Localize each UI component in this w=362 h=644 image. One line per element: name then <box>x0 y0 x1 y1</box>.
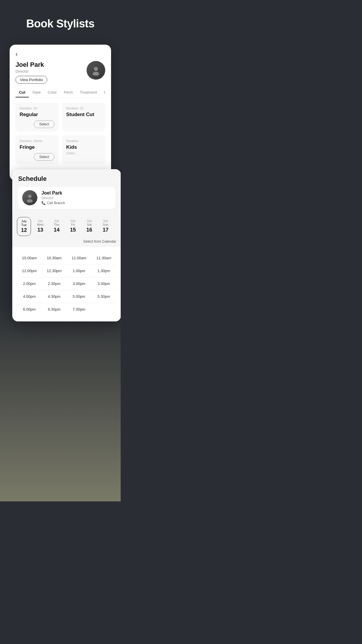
time-300pm[interactable]: 3.00pm <box>66 280 91 287</box>
select-fringe-button[interactable]: Select <box>34 153 55 161</box>
time-row-2: 12.00pm 12.30pm 1.00pm 1.30pm <box>17 265 116 277</box>
tab-treatment[interactable]: Treatment <box>76 87 101 97</box>
tab-others[interactable]: Others <box>101 87 105 97</box>
date-wed13-month: July <box>38 219 43 223</box>
stylist-avatar <box>87 61 105 80</box>
schedule-stylist-details: Joel Park Director 📞 Call Branch <box>41 190 65 205</box>
time-130pm[interactable]: 1.30pm <box>92 267 116 274</box>
time-1000am[interactable]: 10.00am <box>17 255 42 261</box>
date-fri15-num: 15 <box>70 227 76 233</box>
time-400pm[interactable]: 4.00pm <box>17 293 42 300</box>
date-wed13-num: 13 <box>37 227 43 233</box>
date-fri15-month: July <box>70 219 75 223</box>
time-230pm[interactable]: 2.30pm <box>42 280 66 287</box>
service-regular: Duration: 1h Regular Select <box>15 102 59 132</box>
service-regular-name: Regular <box>20 112 55 118</box>
schedule-stylist-avatar <box>22 190 37 205</box>
service-student-cut: Duration: 1h Student Cut <box>62 102 105 132</box>
date-sun17-month: July <box>103 219 108 223</box>
service-tabs: Cut Style Color Perm Treatment Others <box>15 87 105 98</box>
date-fri15-day: Fri <box>71 223 75 226</box>
date-sat16-num: 16 <box>86 227 92 233</box>
service-fringe-name: Fringe <box>20 144 55 150</box>
time-row-3: 2.00pm 2.30pm 3.00pm 3.30pm <box>17 277 116 290</box>
svg-point-1 <box>93 72 99 76</box>
time-row-4: 4.00pm 4.30pm 5.00pm 5.30pm <box>17 290 116 303</box>
page-title: Book Stylists <box>26 18 94 30</box>
phone-icon: 📞 <box>41 201 46 205</box>
svg-point-2 <box>28 195 31 198</box>
time-1130am[interactable]: 11.30am <box>92 255 116 261</box>
schedule-stylist-name: Joel Park <box>41 190 65 196</box>
schedule-card: Schedule Joel Park Director 📞 Call Branc… <box>12 169 121 321</box>
service-kids-name: Kids <box>66 144 101 150</box>
service-studentcut-name: Student Cut <box>66 112 101 118</box>
date-thu14-num: 14 <box>54 227 59 233</box>
schedule-title: Schedule <box>18 175 115 183</box>
time-600pm[interactable]: 6.00pm <box>17 306 42 313</box>
tab-cut[interactable]: Cut <box>15 87 29 97</box>
schedule-stylist-role: Director <box>41 196 65 200</box>
time-slots-grid: 10.00am 10.30am 11.00am 11.30am 12.00pm … <box>12 247 121 321</box>
tab-color[interactable]: Color <box>44 87 60 97</box>
select-calendar-link[interactable]: Select from Calendar <box>12 238 121 247</box>
date-sun17-day: Sun <box>103 223 108 226</box>
time-200pm[interactable]: 2.00pm <box>17 280 42 287</box>
page-background: Book Stylists ‹ Joel Park Director View … <box>0 0 121 501</box>
date-sat16-month: July <box>87 219 92 223</box>
date-sun17-num: 17 <box>103 227 108 233</box>
profile-info: Joel Park Director View Portfolio <box>15 61 47 84</box>
time-530pm[interactable]: 5.30pm <box>92 293 116 300</box>
date-thu14-day: Thu <box>54 223 59 226</box>
profile-card: ‹ Joel Park Director View Portfolio Cut … <box>10 45 111 181</box>
service-kids-sub: Under... <box>66 151 101 155</box>
date-sat16-day: Sat <box>87 223 92 226</box>
time-100pm[interactable]: 1.00pm <box>66 267 91 274</box>
date-tue12-month: July <box>21 220 27 223</box>
service-kids-duration: Duration: <box>66 139 101 143</box>
time-row-1: 10.00am 10.30am 11.00am 11.30am <box>17 252 116 265</box>
back-button[interactable]: ‹ <box>15 50 17 58</box>
time-row-5: 6.00pm 6.30pm 7.00pm <box>17 303 116 316</box>
schedule-stylist-info: Joel Park Director 📞 Call Branch <box>18 187 115 209</box>
time-500pm[interactable]: 5.00pm <box>66 293 91 300</box>
time-430pm[interactable]: 4.30pm <box>42 293 66 300</box>
service-kids: Duration: Kids Under... <box>62 135 105 164</box>
service-fringe: Duration: 15min Fringe Select <box>15 135 59 164</box>
tab-style[interactable]: Style <box>29 87 44 97</box>
date-selector: July Tue 12 July Wed 13 July Thu 14 July… <box>12 212 121 238</box>
time-1200pm[interactable]: 12.00pm <box>17 267 42 274</box>
time-1100am[interactable]: 11.00am <box>66 255 91 261</box>
date-sat-16[interactable]: July Sat 16 <box>82 217 96 236</box>
time-1230pm[interactable]: 12.30pm <box>42 267 66 274</box>
profile-header: Joel Park Director View Portfolio <box>15 61 105 84</box>
date-wed13-day: Wed <box>37 223 43 226</box>
tab-perm[interactable]: Perm <box>60 87 76 97</box>
date-fri-15[interactable]: July Fri 15 <box>66 217 80 236</box>
date-tue12-num: 12 <box>21 227 27 233</box>
schedule-header: Schedule Joel Park Director 📞 Call Branc… <box>12 169 121 212</box>
date-thu-14[interactable]: July Thu 14 <box>50 217 64 236</box>
time-630pm[interactable]: 6.30pm <box>42 306 66 313</box>
time-empty <box>92 306 116 313</box>
service-studentcut-duration: Duration: 1h <box>66 106 101 110</box>
date-tue12-day: Tue <box>21 223 27 227</box>
svg-point-0 <box>94 67 98 71</box>
date-sun-17[interactable]: July Sun 17 <box>99 217 113 236</box>
date-tue-12[interactable]: July Tue 12 <box>17 217 31 236</box>
select-regular-button[interactable]: Select <box>34 120 55 128</box>
view-portfolio-button[interactable]: View Portfolio <box>15 76 47 84</box>
service-fringe-duration: Duration: 15min <box>20 139 55 143</box>
time-1030am[interactable]: 10.30am <box>42 255 66 261</box>
schedule-call-branch[interactable]: 📞 Call Branch <box>41 201 65 205</box>
stylist-name: Joel Park <box>15 61 47 69</box>
date-thu14-month: July <box>54 219 59 223</box>
stylist-role: Director <box>15 69 47 74</box>
services-grid: Duration: 1h Regular Select Duration: 1h… <box>15 98 105 167</box>
date-wed-13[interactable]: July Wed 13 <box>33 217 47 236</box>
time-700pm[interactable]: 7.00pm <box>66 306 91 313</box>
svg-point-3 <box>27 199 33 202</box>
service-regular-duration: Duration: 1h <box>20 106 55 110</box>
time-330pm[interactable]: 3.30pm <box>92 280 116 287</box>
